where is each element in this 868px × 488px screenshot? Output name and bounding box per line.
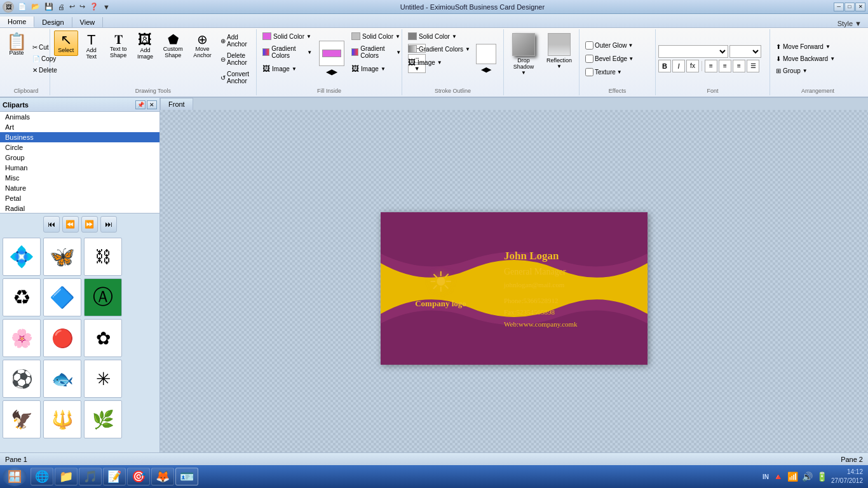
- category-nature[interactable]: Nature: [0, 183, 159, 193]
- custom-shape-btn[interactable]: ⬟ Custom Shape: [158, 30, 187, 61]
- nav-last-btn[interactable]: ⏭: [100, 216, 117, 233]
- category-art[interactable]: Art: [0, 122, 159, 132]
- bold-btn[interactable]: B: [658, 60, 671, 72]
- category-group[interactable]: Group: [0, 152, 159, 163]
- taskbar-app3[interactable]: 🦊: [151, 468, 174, 485]
- solid-color-1-btn[interactable]: Solid Color ▼: [259, 30, 315, 42]
- nav-next-btn[interactable]: ⏩: [81, 216, 98, 233]
- clipart-item-15[interactable]: 🌿: [84, 400, 122, 438]
- align-center-btn[interactable]: ≡: [719, 60, 731, 72]
- category-circle[interactable]: Circle: [0, 142, 159, 152]
- clipart-item-7[interactable]: 🌸: [3, 319, 41, 357]
- drop-shadow-btn[interactable]: Drop Shadow ▼: [508, 30, 539, 78]
- fill-color-arrows[interactable]: ◀▶: [326, 67, 337, 76]
- add-text-btn[interactable]: T AddText: [80, 30, 103, 62]
- category-business[interactable]: Business: [0, 132, 159, 142]
- add-anchor-btn[interactable]: ⊕Add Anchor: [217, 32, 252, 50]
- minimize-btn[interactable]: ─: [834, 3, 844, 11]
- clipart-item-13[interactable]: 🦅: [3, 400, 41, 438]
- align-right-btn[interactable]: ≡: [733, 60, 745, 72]
- clipart-item-2[interactable]: 🦋: [43, 238, 81, 276]
- close-btn[interactable]: ✕: [855, 3, 865, 11]
- outer-glow-btn[interactable]: Outer Glow ▼: [582, 39, 653, 51]
- taskbar-bcd[interactable]: 🪪: [175, 468, 198, 485]
- tab-view[interactable]: View: [72, 17, 104, 27]
- tray-icon-network[interactable]: 📶: [787, 471, 798, 482]
- group-btn[interactable]: ⊞Group▼: [773, 65, 863, 76]
- customize-btn[interactable]: ▼: [102, 3, 111, 11]
- stroke-gradient-btn[interactable]: Gradient Colors ▼: [405, 43, 473, 55]
- tray-icon-battery[interactable]: 🔋: [817, 471, 827, 482]
- open-btn[interactable]: 📂: [30, 3, 41, 11]
- delete-anchor-btn[interactable]: ⊖Delete Anchor: [217, 50, 252, 68]
- clipart-item-9[interactable]: ✿: [84, 319, 122, 357]
- clipart-item-12[interactable]: ✳: [84, 360, 122, 398]
- panel-pin-btn[interactable]: 📌: [135, 100, 146, 109]
- tab-home[interactable]: Home: [0, 17, 34, 27]
- gradient-colors-1-btn[interactable]: Gradient Colors ▼: [259, 43, 315, 61]
- redo-btn[interactable]: ↪: [78, 3, 86, 11]
- nav-prev-btn[interactable]: ⏪: [62, 216, 79, 233]
- canvas-tab[interactable]: Front: [160, 98, 193, 110]
- solid-color-2-btn[interactable]: Solid Color ▼: [348, 30, 404, 42]
- new-btn[interactable]: 📄: [17, 3, 28, 11]
- clipart-item-8[interactable]: 🔴: [43, 319, 81, 357]
- font-name-select[interactable]: [658, 45, 728, 58]
- business-card[interactable]: ☀ Company logo John Logan General Manage…: [381, 212, 648, 365]
- category-animals[interactable]: Animals: [0, 112, 159, 122]
- category-radial[interactable]: Radial: [0, 203, 159, 214]
- category-list[interactable]: Animals Art Business Circle Group Human …: [0, 112, 159, 214]
- image-2-btn[interactable]: 🖼 Image ▼: [348, 62, 404, 75]
- select-btn[interactable]: ↖ Select: [54, 30, 78, 56]
- canvas-area[interactable]: ☀ Company logo John Logan General Manage…: [160, 110, 868, 467]
- taskbar-explorer[interactable]: 📁: [55, 468, 78, 485]
- help-btn[interactable]: ❓: [88, 3, 100, 11]
- clipart-item-10[interactable]: ⚽: [3, 360, 41, 398]
- font-size-select[interactable]: [729, 45, 761, 58]
- clipart-item-11[interactable]: 🐟: [43, 360, 81, 398]
- justify-btn[interactable]: ☰: [747, 60, 759, 72]
- move-anchor-btn[interactable]: ⊕ Move Anchor: [189, 30, 215, 61]
- taskbar-app1[interactable]: 📝: [103, 468, 126, 485]
- paste-btn[interactable]: 📋 Paste: [5, 30, 28, 86]
- bevel-edge-btn[interactable]: Bevel Edge ▼: [582, 53, 653, 65]
- clipart-item-1[interactable]: 💠: [3, 238, 41, 276]
- align-left-btn[interactable]: ≡: [705, 60, 717, 72]
- italic-btn[interactable]: I: [672, 60, 685, 72]
- fx-btn[interactable]: fx: [686, 60, 699, 72]
- panel-close-btn[interactable]: ✕: [147, 100, 157, 109]
- tray-icon-volume[interactable]: 🔊: [802, 471, 813, 482]
- stroke-image-btn[interactable]: 🖼 Image ▼: [405, 56, 473, 69]
- clipart-item-4[interactable]: ♻: [3, 278, 41, 316]
- move-backward-btn[interactable]: ⬇Move Backward▼: [773, 53, 863, 64]
- category-misc[interactable]: Misc: [0, 173, 159, 183]
- image-1-btn[interactable]: 🖼 Image ▼: [259, 62, 315, 75]
- tray-icon-1[interactable]: 🔺: [773, 471, 783, 482]
- start-button[interactable]: 🪟: [3, 467, 27, 486]
- taskbar-media[interactable]: 🎵: [79, 468, 102, 485]
- print-btn[interactable]: 🖨: [57, 3, 66, 11]
- clipart-item-5[interactable]: 🔷: [43, 278, 81, 316]
- style-dropdown-arrow[interactable]: ▼: [855, 20, 862, 27]
- nav-first-btn[interactable]: ⏮: [43, 216, 60, 233]
- tab-design[interactable]: Design: [34, 17, 72, 27]
- clipart-item-14[interactable]: 🔱: [43, 400, 81, 438]
- gradient-colors-2-btn[interactable]: Gradient Colors ▼: [348, 43, 404, 61]
- category-petal[interactable]: Petal: [0, 193, 159, 203]
- stroke-solid-color-btn[interactable]: Solid Color ▼: [405, 30, 473, 42]
- add-image-btn[interactable]: 🖼 Add Image: [133, 30, 156, 62]
- clipart-item-6[interactable]: Ⓐ: [84, 278, 122, 316]
- undo-btn[interactable]: ↩: [68, 3, 76, 11]
- move-forward-btn[interactable]: ⬆Move Forward▼: [773, 41, 863, 52]
- reflection-btn[interactable]: Reflection ▼: [543, 30, 575, 72]
- stroke-arrows[interactable]: ◀▶: [481, 65, 491, 74]
- save-btn[interactable]: 💾: [43, 3, 55, 11]
- convert-anchor-btn[interactable]: ↺Convert Anchor: [217, 69, 252, 86]
- category-human[interactable]: Human: [0, 163, 159, 173]
- clipart-grid[interactable]: 💠 🦋 ⛓ ♻ 🔷 Ⓐ 🌸 🔴 ✿ ⚽ 🐟 ✳ 🦅 🔱 🌿: [0, 235, 159, 454]
- maximize-btn[interactable]: □: [844, 3, 855, 11]
- text-to-shape-btn[interactable]: 𝐓 Text to Shape: [105, 30, 132, 61]
- taskbar-ie[interactable]: 🌐: [31, 468, 53, 485]
- taskbar-app2[interactable]: 🎯: [127, 468, 150, 485]
- texture-btn[interactable]: Texture ▼: [582, 66, 653, 78]
